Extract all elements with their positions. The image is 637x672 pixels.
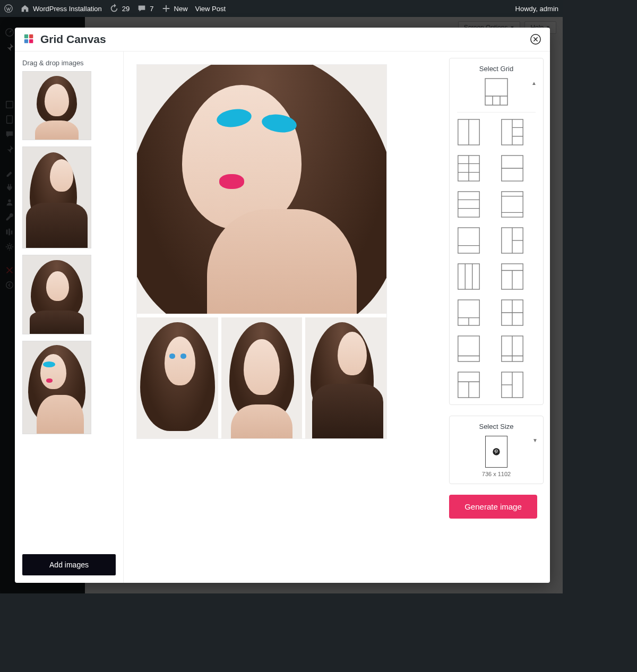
grid-layout-option[interactable] xyxy=(501,299,536,326)
grid-layout-option[interactable] xyxy=(501,263,536,290)
plus-icon xyxy=(161,4,171,13)
grid-layout-option[interactable] xyxy=(457,335,492,362)
grid-layout-option[interactable] xyxy=(457,227,492,254)
select-size-card[interactable]: Select Size 736 x 1102 ▼ xyxy=(449,416,544,484)
select-size-title: Select Size xyxy=(457,423,536,430)
wp-logo-icon[interactable] xyxy=(4,4,13,13)
comments-count: 7 xyxy=(150,5,153,13)
generate-image-button[interactable]: Generate image xyxy=(449,495,537,519)
svg-rect-12 xyxy=(24,39,28,43)
grid-layout-option[interactable] xyxy=(457,299,492,326)
source-thumb[interactable] xyxy=(22,71,91,140)
svg-rect-54 xyxy=(458,336,479,361)
grid-canvas-modal: Grid Canvas Drag & drop images xyxy=(15,28,550,583)
thumbs-list xyxy=(22,71,116,546)
size-dimensions: 736 x 1102 xyxy=(457,471,536,477)
chevron-down-icon: ▼ xyxy=(532,437,538,443)
select-grid-title: Select Grid xyxy=(457,65,536,73)
grid-layout-option[interactable] xyxy=(457,191,492,218)
new-label: New xyxy=(174,5,188,13)
grid-layout-option[interactable] xyxy=(501,119,536,145)
svg-rect-37 xyxy=(458,228,479,253)
comments[interactable]: 7 xyxy=(137,4,153,13)
svg-rect-31 xyxy=(458,192,479,217)
grid-layout-option[interactable] xyxy=(501,372,536,398)
view-post[interactable]: View Post xyxy=(195,5,226,13)
modal-header: Grid Canvas xyxy=(15,28,550,51)
grid-cell-main[interactable] xyxy=(137,65,386,314)
site-home[interactable]: WordPress Installation xyxy=(20,4,102,13)
svg-rect-11 xyxy=(29,35,33,38)
site-title: WordPress Installation xyxy=(33,5,102,13)
new-item[interactable]: New xyxy=(161,4,188,13)
canvas-area xyxy=(124,51,449,583)
source-thumb[interactable] xyxy=(22,255,91,334)
svg-rect-15 xyxy=(485,79,507,105)
grid-layout-option[interactable] xyxy=(501,227,536,254)
grid-layout-option[interactable] xyxy=(457,372,492,398)
svg-rect-42 xyxy=(458,264,479,289)
size-preview xyxy=(485,436,507,468)
chevron-up-icon: ▲ xyxy=(531,80,537,86)
grid-canvas[interactable] xyxy=(136,64,387,439)
close-icon[interactable] xyxy=(530,33,541,45)
grid-layout-option[interactable] xyxy=(457,155,492,182)
wp-admin-bar: WordPress Installation 29 7 New View Pos… xyxy=(0,0,563,17)
grid-cell-small[interactable] xyxy=(137,317,218,438)
updates[interactable]: 29 xyxy=(109,4,130,13)
right-panel: Select Grid ▲ xyxy=(449,51,550,583)
grid-layout-option[interactable] xyxy=(457,119,492,145)
grid-cell-small[interactable] xyxy=(221,317,303,438)
refresh-icon xyxy=(109,4,119,13)
grid-layout-option[interactable] xyxy=(501,155,536,182)
thumbs-panel: Drag & drop images xyxy=(15,51,124,583)
comment-icon xyxy=(137,4,147,13)
grid-layout-option[interactable] xyxy=(501,191,536,218)
grid-canvas-logo-icon xyxy=(23,33,35,45)
svg-rect-34 xyxy=(502,192,523,217)
select-grid-card: Select Grid ▲ xyxy=(449,58,544,405)
updates-count: 29 xyxy=(122,5,130,13)
source-thumb[interactable] xyxy=(22,147,91,248)
add-images-button[interactable]: Add images xyxy=(22,554,116,575)
grid-cell-small[interactable] xyxy=(305,317,386,438)
home-icon xyxy=(20,4,30,13)
modal-title: Grid Canvas xyxy=(40,33,106,46)
grid-options xyxy=(457,119,536,398)
svg-rect-10 xyxy=(24,35,28,38)
grid-current[interactable]: ▲ xyxy=(457,78,536,106)
svg-rect-13 xyxy=(29,39,33,43)
drag-drop-hint: Drag & drop images xyxy=(22,59,116,67)
source-thumb[interactable] xyxy=(22,341,91,434)
pinterest-icon xyxy=(492,447,501,456)
howdy-user[interactable]: Howdy, admin xyxy=(515,5,558,13)
grid-layout-option[interactable] xyxy=(457,263,492,290)
grid-layout-option[interactable] xyxy=(501,335,536,362)
